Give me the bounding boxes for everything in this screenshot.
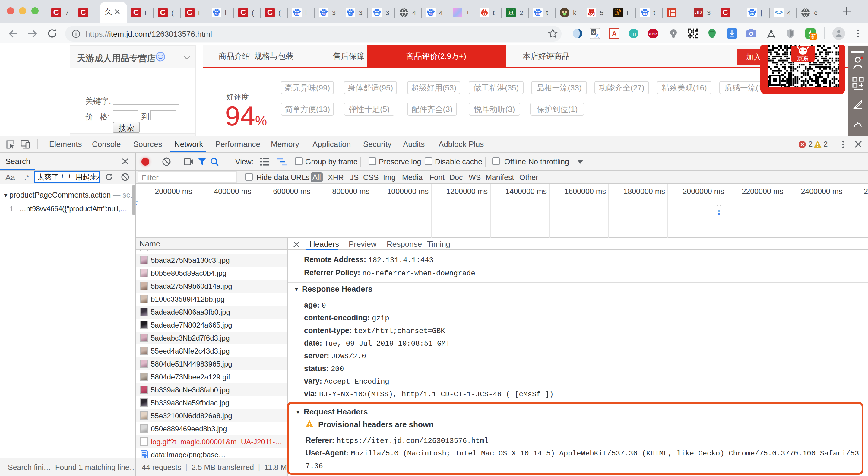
svg-text:du: du bbox=[429, 12, 433, 16]
svg-text:du: du bbox=[375, 12, 379, 16]
svg-text:文: 文 bbox=[594, 33, 599, 38]
svg-text:du: du bbox=[750, 12, 754, 16]
svg-text:ABP: ABP bbox=[649, 32, 657, 36]
svg-text:du: du bbox=[348, 12, 352, 16]
svg-text:A: A bbox=[612, 30, 617, 37]
svg-text:du: du bbox=[536, 12, 539, 16]
svg-text:京东: 京东 bbox=[797, 56, 808, 62]
svg-text:du: du bbox=[321, 12, 326, 16]
svg-text:du: du bbox=[294, 12, 299, 16]
svg-text:m: m bbox=[631, 30, 636, 37]
svg-text:du: du bbox=[214, 12, 218, 16]
svg-text:du: du bbox=[643, 12, 647, 16]
